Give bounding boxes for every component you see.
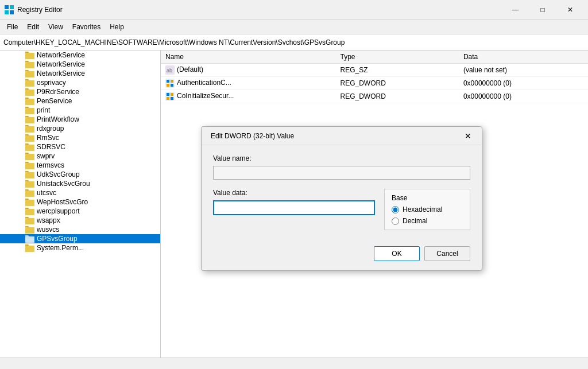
app-icon [5, 5, 14, 14]
tree-item[interactable]: NetworkService [0, 69, 160, 78]
svg-marker-15 [25, 98, 29, 99]
tree-item[interactable]: System.Perm... [0, 243, 160, 253]
col-type[interactable]: Type [335, 51, 458, 64]
svg-marker-31 [25, 171, 29, 172]
col-data[interactable]: Data [459, 51, 588, 64]
svg-rect-58 [167, 97, 169, 100]
svg-rect-40 [25, 218, 34, 224]
folder-icon [25, 198, 34, 206]
svg-marker-43 [25, 226, 29, 227]
radio-hex-label: Hexadecimal [403, 205, 442, 213]
status-bar [0, 358, 588, 369]
folder-icon [25, 51, 34, 59]
value-data-section: Value data: [213, 189, 375, 215]
folder-icon [25, 115, 34, 123]
menu-edit[interactable]: Edit [22, 22, 44, 32]
menu-help[interactable]: Help [105, 22, 129, 32]
tree-item[interactable]: wsappx [0, 216, 160, 225]
tree-item[interactable]: RmSvc [0, 133, 160, 142]
tree-item[interactable]: wusvcs [0, 225, 160, 234]
svg-rect-52 [171, 80, 173, 83]
close-button[interactable]: ✕ [557, 1, 583, 18]
radio-hexadecimal[interactable]: Hexadecimal [392, 205, 463, 213]
svg-rect-54 [171, 84, 173, 87]
folder-icon [25, 189, 34, 197]
table-row[interactable]: CoInitializeSecur...REG_DWORD0x00000000 … [161, 90, 588, 103]
tree-item-label: print [37, 106, 50, 114]
tree-item[interactable]: UdkSvcGroup [0, 170, 160, 179]
svg-marker-11 [25, 79, 29, 80]
menu-view[interactable]: View [44, 22, 68, 32]
title-bar: Registry Editor — □ ✕ [0, 0, 588, 20]
svg-rect-4 [25, 53, 34, 59]
svg-rect-53 [167, 84, 169, 87]
cancel-button[interactable]: Cancel [424, 246, 470, 261]
tree-item[interactable]: PrintWorkflow [0, 115, 160, 124]
tree-item[interactable]: GPSvsGroup [0, 234, 160, 243]
menu-file[interactable]: File [2, 22, 22, 32]
svg-marker-25 [25, 143, 29, 145]
value-data-input[interactable] [213, 200, 375, 215]
table-row[interactable]: ab(Default)REG_SZ(value not set) [161, 64, 588, 77]
dialog-data-row: Value data: Base Hexadecimal Decimal [213, 189, 470, 230]
reg-type-cell: REG_SZ [335, 64, 458, 77]
title-bar-controls: — □ ✕ [502, 1, 583, 18]
reg-data-cell: 0x00000000 (0) [459, 90, 588, 103]
folder-icon [25, 79, 34, 87]
tree-pane[interactable]: NetworkServiceNetworkServiceNetworkServi… [0, 51, 161, 358]
tree-item[interactable]: UnistackSvcGrou [0, 179, 160, 188]
tree-item-label: P9RdrService [37, 88, 79, 96]
tree-item[interactable]: wercplsupport [0, 207, 160, 216]
folder-icon [25, 244, 34, 252]
col-name[interactable]: Name [161, 51, 335, 64]
tree-item-label: System.Perm... [37, 244, 84, 252]
radio-hex-input[interactable] [392, 206, 399, 213]
radio-dec-label: Decimal [403, 217, 427, 225]
dialog-body: Value name: Value data: Base Hexadecimal… [202, 145, 482, 239]
address-path: Computer\HKEY_LOCAL_MACHINE\SOFTWARE\Mic… [3, 38, 345, 46]
tree-item-label: rdxgroup [37, 125, 64, 133]
tree-item-label: wercplsupport [37, 207, 80, 215]
table-row[interactable]: AuthenticationC...REG_DWORD0x00000000 (0… [161, 77, 588, 90]
tree-item[interactable]: rdxgroup [0, 124, 160, 133]
menu-favorites[interactable]: Favorites [68, 22, 105, 32]
svg-marker-47 [25, 244, 29, 246]
svg-rect-56 [167, 93, 169, 96]
svg-marker-19 [25, 116, 29, 117]
tree-item-label: PenService [37, 97, 72, 105]
folder-icon [25, 69, 34, 77]
svg-rect-36 [25, 200, 34, 206]
tree-item[interactable]: P9RdrService [0, 87, 160, 96]
tree-item-label: SDRSVC [37, 143, 65, 151]
tree-item[interactable]: PenService [0, 96, 160, 106]
folder-icon [25, 106, 34, 114]
tree-item[interactable]: SDRSVC [0, 142, 160, 152]
dialog-footer: OK Cancel [202, 239, 482, 270]
tree-item-label: NetworkService [37, 60, 85, 68]
tree-item[interactable]: termsvcs [0, 161, 160, 170]
tree-item-label: PrintWorkflow [37, 115, 79, 123]
svg-rect-26 [25, 154, 34, 160]
tree-item[interactable]: NetworkService [0, 51, 160, 60]
dialog-close-button[interactable]: ✕ [461, 129, 475, 143]
base-label: Base [392, 194, 463, 202]
maximize-button[interactable]: □ [529, 1, 556, 18]
tree-item[interactable]: osprivacy [0, 78, 160, 87]
svg-rect-10 [25, 80, 34, 87]
ok-button[interactable]: OK [374, 246, 420, 261]
svg-marker-27 [25, 153, 29, 154]
tree-item[interactable]: NetworkService [0, 60, 160, 69]
radio-dec-input[interactable] [392, 217, 399, 225]
tree-item[interactable]: print [0, 106, 160, 115]
value-name-input[interactable] [213, 166, 470, 180]
svg-rect-12 [25, 90, 34, 96]
svg-marker-9 [25, 70, 29, 71]
tree-item[interactable]: utcsvc [0, 188, 160, 197]
radio-decimal[interactable]: Decimal [392, 217, 463, 225]
tree-item[interactable]: swprv [0, 152, 160, 161]
folder-icon [25, 180, 34, 188]
reg-data-cell: (value not set) [459, 64, 588, 77]
tree-item[interactable]: WepHostSvcGro [0, 197, 160, 207]
folder-icon [25, 207, 34, 215]
minimize-button[interactable]: — [502, 1, 528, 18]
